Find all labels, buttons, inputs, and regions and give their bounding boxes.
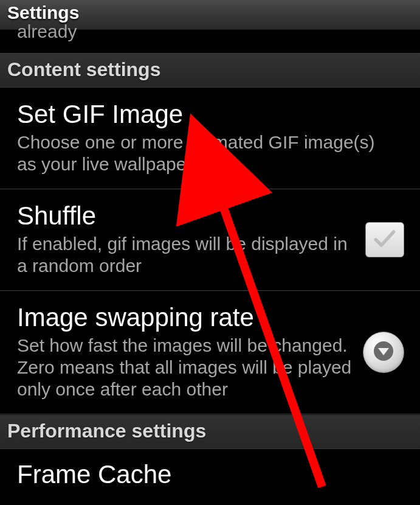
setting-shuffle[interactable]: Shuffle If enabled, gif images will be d… [0,189,420,291]
chevron-down-icon [373,340,394,364]
setting-title: Image swapping rate [17,304,356,331]
setting-text-block: Shuffle If enabled, gif images will be d… [17,203,365,277]
page-title: Settings [7,2,413,23]
section-header-performance: Performance settings [0,414,420,449]
setting-text-block: Image swapping rate Set how fast the ima… [17,304,363,400]
setting-subtitle: Set how fast the images will be changed.… [17,335,356,400]
check-icon [371,225,398,254]
setting-set-gif-image[interactable]: Set GIF Image Choose one or more animate… [0,88,420,189]
setting-subtitle: If enabled, gif images will be displayed… [17,233,358,277]
shuffle-checkbox[interactable] [365,222,404,257]
section-header-label: Content settings [7,58,413,81]
section-header-content: Content settings [0,53,420,88]
setting-image-swapping-rate[interactable]: Image swapping rate Set how fast the ima… [0,291,420,414]
swap-rate-dropdown-button[interactable] [363,332,404,373]
setting-subtitle: Choose one or more animated GIF image(s)… [17,131,397,175]
setting-title: Shuffle [17,203,358,229]
setting-title: Frame Cache [17,460,403,489]
setting-frame-cache[interactable]: Frame Cache [0,449,420,489]
partial-text: already [17,21,77,41]
setting-title: Set GIF Image [17,101,397,128]
section-header-label: Performance settings [7,420,413,442]
partial-previous-row: already [0,21,420,53]
setting-text-block: Set GIF Image Choose one or more animate… [17,101,404,175]
